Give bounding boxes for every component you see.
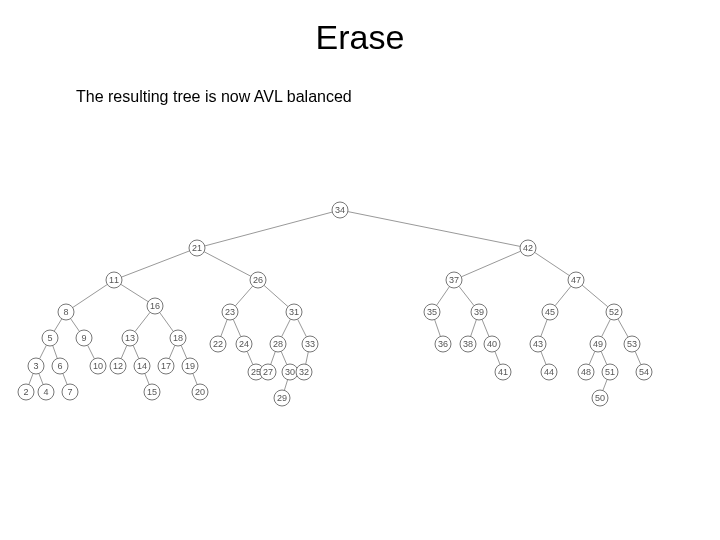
tree-node-label: 29 <box>277 393 287 403</box>
tree-node-label: 52 <box>609 307 619 317</box>
tree-edge <box>204 252 251 277</box>
tree-node: 45 <box>542 304 558 320</box>
tree-edge <box>233 319 241 336</box>
tree-node-label: 43 <box>533 339 543 349</box>
tree-node: 4 <box>38 384 54 400</box>
tree-edge <box>541 351 546 364</box>
tree-edge <box>247 351 253 364</box>
tree-node-label: 42 <box>523 243 533 253</box>
tree-edge <box>135 312 150 331</box>
tree-node-label: 14 <box>137 361 147 371</box>
tree-edge <box>235 286 252 306</box>
tree-node: 31 <box>286 304 302 320</box>
tree-node-label: 48 <box>581 367 591 377</box>
tree-edge <box>73 284 108 307</box>
tree-node-label: 47 <box>571 275 581 285</box>
tree-node-label: 27 <box>263 367 273 377</box>
tree-node-label: 6 <box>57 361 62 371</box>
tree-node: 5 <box>42 330 58 346</box>
tree-node: 26 <box>250 272 266 288</box>
tree-node-label: 19 <box>185 361 195 371</box>
tree-edge <box>205 212 333 246</box>
tree-node: 38 <box>460 336 476 352</box>
tree-node-label: 38 <box>463 339 473 349</box>
tree-node-label: 10 <box>93 361 103 371</box>
tree-edge <box>589 351 595 364</box>
tree-node-label: 37 <box>449 275 459 285</box>
tree-node-label: 7 <box>67 387 72 397</box>
tree-node-label: 36 <box>438 339 448 349</box>
tree-node-label: 8 <box>63 307 68 317</box>
tree-node: 34 <box>332 202 348 218</box>
tree-node: 53 <box>624 336 640 352</box>
tree-node: 16 <box>147 298 163 314</box>
tree-node-label: 31 <box>289 307 299 317</box>
tree-node: 9 <box>76 330 92 346</box>
tree-node-label: 39 <box>474 307 484 317</box>
tree-node: 40 <box>484 336 500 352</box>
tree-edge <box>603 379 607 390</box>
tree-node: 29 <box>274 390 290 406</box>
tree-node-label: 18 <box>173 333 183 343</box>
tree-node: 48 <box>578 364 594 380</box>
tree-node-label: 17 <box>161 361 171 371</box>
slide: Erase The resulting tree is now AVL bala… <box>0 0 720 540</box>
tree-node: 36 <box>435 336 451 352</box>
tree-node-label: 49 <box>593 339 603 349</box>
tree-edge <box>63 373 67 384</box>
tree-edge <box>535 252 570 275</box>
tree-node: 24 <box>236 336 252 352</box>
tree-node-label: 26 <box>253 275 263 285</box>
tree-node-label: 21 <box>192 243 202 253</box>
tree-edge <box>181 345 187 358</box>
slide-subtitle: The resulting tree is now AVL balanced <box>76 88 352 106</box>
tree-node-label: 44 <box>544 367 554 377</box>
tree-node: 50 <box>592 390 608 406</box>
tree-node-label: 3 <box>33 361 38 371</box>
tree-edge <box>437 287 450 306</box>
tree-node: 54 <box>636 364 652 380</box>
tree-edge <box>601 351 607 364</box>
tree-node-label: 40 <box>487 339 497 349</box>
tree-edge <box>582 285 608 307</box>
tree-node-label: 30 <box>285 367 295 377</box>
tree-node-label: 5 <box>47 333 52 343</box>
tree-edge <box>29 373 33 384</box>
tree-edge <box>145 373 149 384</box>
tree-edge <box>53 346 58 359</box>
tree-node-label: 15 <box>147 387 157 397</box>
tree-node-label: 35 <box>427 307 437 317</box>
tree-node-label: 45 <box>545 307 555 317</box>
tree-edge <box>435 320 441 337</box>
tree-node: 49 <box>590 336 606 352</box>
tree-node: 22 <box>210 336 226 352</box>
tree-node-label: 32 <box>299 367 309 377</box>
tree-node-label: 50 <box>595 393 605 403</box>
tree-node-label: 28 <box>273 339 283 349</box>
tree-node-label: 13 <box>125 333 135 343</box>
tree-node: 47 <box>568 272 584 288</box>
tree-node: 28 <box>270 336 286 352</box>
tree-edge <box>160 312 174 331</box>
tree-node: 42 <box>520 240 536 256</box>
tree-node: 12 <box>110 358 126 374</box>
tree-edge <box>495 351 500 364</box>
tree-edge <box>482 319 489 336</box>
tree-edge <box>169 345 175 358</box>
tree-edge <box>121 345 127 358</box>
tree-node: 23 <box>222 304 238 320</box>
tree-node: 3 <box>28 358 44 374</box>
tree-node: 37 <box>446 272 462 288</box>
slide-title: Erase <box>0 18 720 57</box>
tree-node-label: 34 <box>335 205 345 215</box>
tree-node-label: 4 <box>43 387 48 397</box>
tree-node: 35 <box>424 304 440 320</box>
tree-node: 19 <box>182 358 198 374</box>
tree-node-label: 2 <box>23 387 28 397</box>
tree-node: 21 <box>189 240 205 256</box>
tree-edge <box>459 286 474 305</box>
tree-edge <box>121 251 189 277</box>
tree-edge <box>133 345 139 358</box>
tree-edge <box>264 285 288 306</box>
tree-node: 13 <box>122 330 138 346</box>
